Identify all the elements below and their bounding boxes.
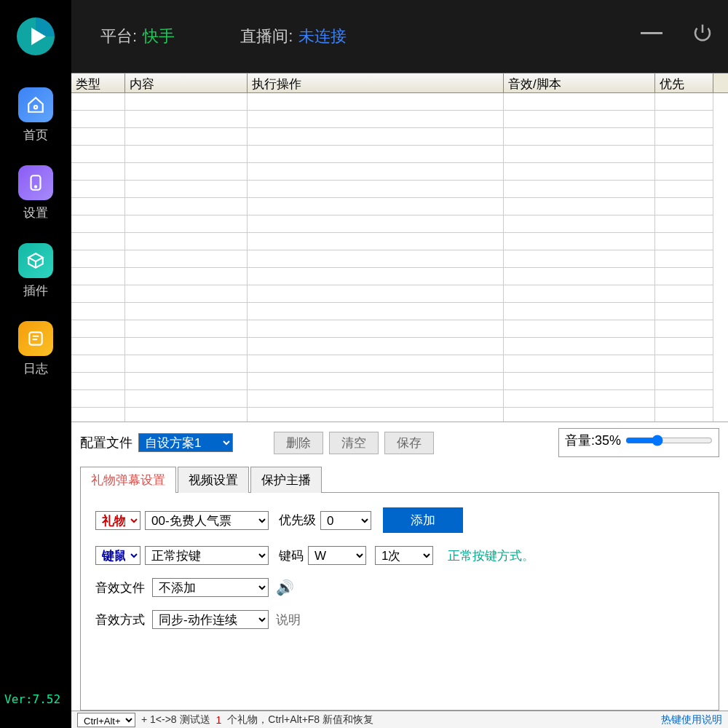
table-row[interactable] [71,163,728,181]
delete-button[interactable]: 删除 [274,432,323,454]
col-priority[interactable]: 优先 [655,74,713,92]
settings-icon [18,165,53,200]
table-row[interactable] [71,338,728,355]
power-icon[interactable] [692,22,713,44]
log-icon [18,321,53,356]
volume-slider[interactable] [625,435,713,446]
config-select[interactable]: 自设方案1 [138,433,233,452]
svg-point-3 [35,186,36,187]
room-value: 未连接 [298,25,347,47]
tab-gift-settings[interactable]: 礼物弹幕设置 [80,467,176,493]
table-row[interactable] [71,146,728,163]
table-row[interactable] [71,320,728,338]
table-body[interactable] [71,93,728,422]
table-header: 类型 内容 执行操作 音效/脚本 优先 [71,73,728,93]
save-button[interactable]: 保存 [384,432,434,454]
sidebar-item-label: 设置 [23,205,48,221]
sidebar: 首页 设置 插件 日志 Ver:7.52 [0,0,71,728]
sidebar-item-label: 首页 [23,127,48,143]
cube-icon [18,243,53,278]
sound-file-select[interactable]: 不添加 [152,578,269,597]
table-row[interactable] [71,390,728,408]
svg-point-1 [34,106,37,108]
table-row[interactable] [71,93,728,111]
clear-button[interactable]: 清空 [329,432,379,454]
tab-bar: 礼物弹幕设置 视频设置 保护主播 [80,467,719,493]
table-row[interactable] [71,268,728,285]
sidebar-item-log[interactable]: 日志 [18,321,53,377]
table-row[interactable] [71,233,728,250]
table-row[interactable] [71,198,728,215]
platform-value: 快手 [143,25,175,47]
app-logo-icon [14,15,58,58]
sidebar-item-settings[interactable]: 设置 [18,165,53,221]
sound-method-label: 音效方式 [95,612,148,628]
kbm-hint: 正常按键方式。 [448,547,534,564]
table-row[interactable] [71,111,728,128]
footer-text2: 个礼物，Ctrl+Alt+F8 新值和恢复 [227,713,373,727]
volume-control: 音量:35% [558,428,719,457]
table-row[interactable] [71,215,728,233]
speaker-icon[interactable]: 🔊 [276,579,294,596]
home-icon [18,87,53,122]
platform-label: 平台: [100,25,137,47]
keycode-select[interactable]: W [308,546,366,565]
priority-select[interactable]: 0 [320,511,371,530]
table-row[interactable] [71,355,728,373]
tab-panel: 礼物 00-免费人气票 优先级 0 添加 键鼠 正常按键 键码 W 1次 正常按… [80,492,719,711]
hotkey-help-link[interactable]: 热键使用说明 [661,713,722,727]
tab-video-settings[interactable]: 视频设置 [178,467,249,493]
table-row[interactable] [71,250,728,268]
sidebar-item-label: 日志 [23,360,48,377]
sidebar-item-plugin[interactable]: 插件 [18,243,53,299]
config-label: 配置文件 [80,434,132,451]
version-label: Ver:7.52 [4,692,60,706]
add-button[interactable]: 添加 [383,507,463,533]
topbar: 平台: 快手 直播间: 未连接 [71,0,728,73]
table-row[interactable] [71,373,728,390]
gift-item-select[interactable]: 00-免费人气票 [145,511,269,530]
sidebar-item-label: 插件 [23,282,48,299]
footer-count: 1 [216,714,222,726]
config-row: 配置文件 自设方案1 删除 清空 保存 音量:35% [71,422,728,463]
keycode-label: 键码 [279,547,304,564]
rules-table: 类型 内容 执行操作 音效/脚本 优先 [71,73,728,422]
sidebar-item-home[interactable]: 首页 [18,87,53,143]
sound-file-label: 音效文件 [95,579,148,596]
footer-select[interactable]: Ctrl+Alt+ [77,713,135,727]
gift-type-select[interactable]: 礼物 [95,511,141,530]
table-row[interactable] [71,128,728,146]
col-sound[interactable]: 音效/脚本 [504,74,655,92]
col-content[interactable]: 内容 [125,74,248,92]
col-type[interactable]: 类型 [71,74,125,92]
kbm-type-select[interactable]: 键鼠 [95,546,141,565]
volume-label: 音量:35% [565,432,621,449]
kbm-mode-select[interactable]: 正常按键 [145,546,269,565]
table-row[interactable] [71,181,728,198]
sound-method-select[interactable]: 同步-动作连续 [152,610,269,629]
room-label: 直播间: [240,25,293,47]
priority-label: 优先级 [279,512,316,529]
explain-link[interactable]: 说明 [276,612,301,628]
footer-text: + 1<->8 测试送 [141,713,210,727]
minimize-icon[interactable] [641,32,662,34]
table-row[interactable] [71,285,728,303]
tab-protect-host[interactable]: 保护主播 [250,467,322,493]
count-select[interactable]: 1次 [375,546,433,565]
col-operation[interactable]: 执行操作 [248,74,504,92]
table-row[interactable] [71,303,728,320]
table-row[interactable] [71,408,728,422]
status-bar: Ctrl+Alt+ + 1<->8 测试送 1 个礼物，Ctrl+Alt+F8 … [71,711,728,728]
